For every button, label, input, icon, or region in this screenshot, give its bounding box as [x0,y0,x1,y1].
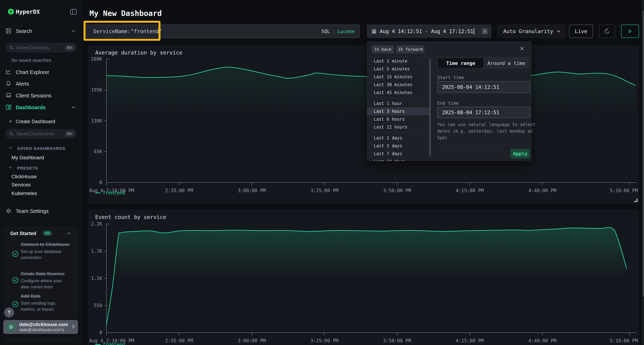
svg-text:4:15:00 PM: 4:15:00 PM [456,188,484,193]
sidebar-item-team-settings[interactable]: Team Settings [16,208,49,214]
sql-mode-toggle[interactable]: SQL [321,28,330,34]
divider [372,98,425,98]
svg-text:1.1K: 1.1K [91,276,102,281]
saved-searches-input[interactable]: Saved Searches ⌘K [5,43,76,52]
svg-text:3:00:00 PM: 3:00:00 PM [238,188,266,193]
relative-time-option[interactable]: Last 1 days [367,134,430,142]
time-range-input[interactable]: Aug 4 14:12:51 - Aug 4 17:12:51 d [367,25,491,38]
sidebar-item-client-sessions[interactable]: Client Sessions [16,93,52,99]
svg-text:3:25:00 PM: 3:25:00 PM [310,338,338,344]
divider [437,145,530,145]
chart-explorer-icon [6,69,11,75]
relative-time-option[interactable]: Last 3 hours [367,107,430,115]
relative-time-option[interactable]: Last 12 hours [367,123,430,131]
relative-time-option[interactable]: Last 5 minutes [367,65,430,73]
check-circle-icon [12,251,18,257]
get-started-item[interactable]: Add Data Start sending logs, metrics, or… [21,293,71,312]
search-collapse-chevron-icon[interactable] [71,29,76,34]
user-account-chip[interactable]: D dale@clickhouse.com dale@clickhouse.co… [3,320,78,334]
alerts-bell-icon [6,81,11,87]
get-started-progress-badge: 3/3 [43,230,52,236]
sidebar-item-alerts[interactable]: Alerts [16,81,29,87]
apply-button[interactable]: Apply [510,149,530,159]
search-section-icon [6,28,11,34]
search-query-input[interactable]: ServiceName:"frontend" SQL | Lucene [86,25,360,38]
time-back-button[interactable]: 1h back [372,45,394,53]
chart-legend[interactable]: frontend [95,342,125,345]
relative-time-option[interactable]: Last 2 days [367,142,430,150]
start-time-input[interactable]: 2025-08-04 14:12:51 [437,81,530,93]
saved-dashboards-input[interactable]: Saved Dashboards ⌘K [5,129,76,138]
legend-swatch [95,344,100,345]
create-dashboard-button[interactable]: Create Dashboard [16,119,55,124]
saved-dashboards-group-title[interactable]: SAVED DASHBOARDS [17,146,66,151]
sidebar-collapse-button[interactable] [70,9,76,15]
duration-badge: d [482,28,488,34]
user-email: dale@clickhouse.com [19,322,72,327]
list-scrollbar-thumb[interactable] [429,59,430,156]
relative-time-option[interactable]: Last 15 minutes [367,73,430,81]
relative-time-option[interactable]: Last 1 hour [367,100,430,107]
sidebar-item-chart-explorer[interactable]: Chart Explorer [16,69,49,75]
refresh-button[interactable] [599,25,615,38]
granularity-select[interactable]: Auto Granularity [497,25,565,38]
get-started-item[interactable]: Create Data Sources Configure where your… [21,271,71,290]
dashboards-collapse-chevron-icon[interactable] [71,105,76,110]
check-circle-icon [12,301,18,307]
text-caret [474,28,474,34]
page-scrollbar[interactable] [642,0,644,345]
time-forward-button[interactable]: 1h forward [396,45,424,53]
get-started-item-title: Create Data Sources [21,271,71,277]
chart-legend[interactable]: frontend [95,190,125,196]
svg-text:3:00:00 PM: 3:00:00 PM [238,338,266,344]
time-mode-tabs: Time range Around a time [437,57,530,69]
lucene-mode-toggle[interactable]: Lucene [337,28,355,34]
gear-icon [6,208,11,214]
tab-time-range[interactable]: Time range [438,58,484,68]
svg-text:1.7K: 1.7K [91,249,102,254]
relative-time-option[interactable]: Last 7 days [367,150,430,158]
svg-text:2:35:00 PM: 2:35:00 PM [165,188,193,193]
svg-text:4:15:00 PM: 4:15:00 PM [456,338,484,344]
dashboards-grid-icon [6,105,11,111]
chevron-down-icon[interactable] [8,166,12,170]
relative-time-option[interactable]: Last 6 hours [367,115,430,123]
chart-panel-avg-duration: Average duration by service 065K130K195K… [88,45,639,204]
get-started-title: Get Started [10,231,36,236]
page-scrollbar-thumb[interactable] [642,11,644,297]
chevron-down-icon [556,29,561,33]
plus-icon: + [9,118,12,124]
svg-text:5:10:00 PM: 5:10:00 PM [610,188,638,193]
no-saved-searches-text: No saved searches [12,57,51,63]
sidebar-item-kubernetes[interactable]: Kubernetes [12,191,37,196]
chevron-up-icon[interactable] [67,232,72,236]
svg-text:4:40:00 PM: 4:40:00 PM [528,188,556,193]
get-started-item[interactable]: Connect to ClickHouse Set up your databa… [21,241,71,261]
sidebar-item-clickhouse[interactable]: ClickHouse [12,174,37,179]
relative-time-option[interactable]: Last 14 days [367,158,430,161]
sidebar-item-search[interactable]: Search [16,28,32,34]
sidebar-item-dashboards[interactable]: Dashboards [16,105,46,110]
hyperdx-logo-icon [8,8,14,16]
svg-text:260K: 260K [91,56,102,62]
divider [372,132,425,133]
relative-time-option[interactable]: Last 45 minutes [367,89,430,96]
relative-time-option[interactable]: Last 30 minutes [367,81,430,89]
panel-resize-handle[interactable] [633,198,638,203]
saved-dashboards-placeholder: Saved Dashboards [16,131,65,136]
sidebar-item-my-dashboard[interactable]: My Dashboard [12,155,44,161]
tab-around-a-time[interactable]: Around a time [484,58,529,68]
mode-separator: | [332,28,335,34]
chevron-down-icon[interactable] [8,146,12,150]
relative-time-option[interactable]: Last 1 minute [367,57,430,65]
presets-group-title[interactable]: PRESETS [17,166,38,171]
chart-panel-event-count: Event count by service 05501.1K1.7K2.2KA… [88,210,639,345]
svg-text:130K: 130K [91,118,102,123]
run-query-button[interactable] [621,25,639,38]
line-chart-avg-duration: 065K130K195K260KAug 4 2:10:00 PM2:35:00 … [88,45,639,204]
live-button[interactable]: Live [569,25,593,38]
help-button[interactable]: ? [4,308,14,318]
sidebar-item-services[interactable]: Services [12,182,30,188]
close-icon[interactable] [519,45,525,52]
end-time-input[interactable]: 2025-08-04 17:12:51 [437,107,530,118]
